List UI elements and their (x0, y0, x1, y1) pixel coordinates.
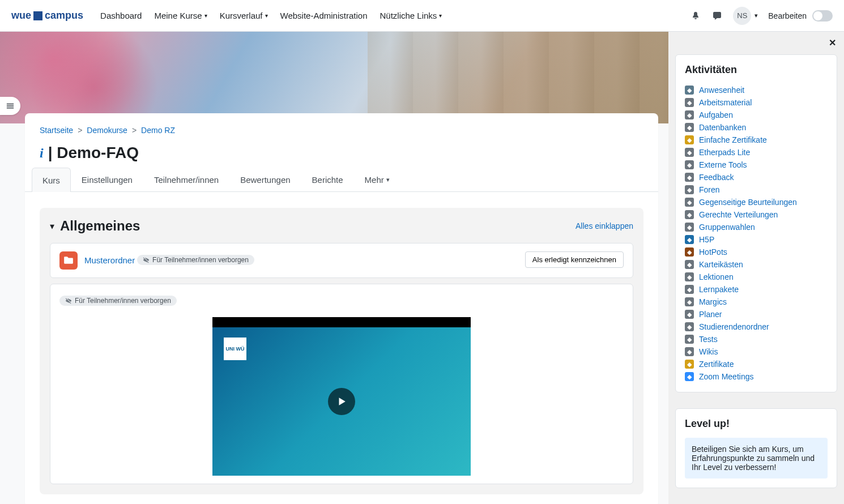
activity-link[interactable]: Lektionen (699, 272, 734, 281)
breadcrumb-home[interactable]: Startseite (40, 126, 73, 135)
edit-mode-toggle-wrap: Bearbeiten (768, 10, 833, 22)
left-drawer-toggle[interactable] (0, 97, 20, 115)
hamburger-icon (6, 102, 14, 110)
activity-link[interactable]: Wikis (699, 347, 718, 356)
nav-my-courses[interactable]: Meine Kurse▾ (154, 11, 207, 20)
video-player[interactable]: UNI WÜ (212, 317, 471, 476)
activity-type-icon: ◆ (685, 148, 694, 157)
activity-link[interactable]: Tests (699, 335, 718, 344)
activity-link[interactable]: HotPots (699, 247, 727, 257)
activity-link[interactable]: H5P (699, 235, 714, 244)
activity-list-item: ◆H5P (685, 233, 828, 246)
activity-type-icon: ◆ (685, 372, 694, 381)
activity-link-musterordner[interactable]: Musterordner (84, 255, 135, 265)
activity-list-item: ◆Gegenseitige Beurteilungen (685, 196, 828, 208)
activity-link[interactable]: Arbeitsmaterial (699, 98, 752, 107)
edit-mode-toggle[interactable] (812, 10, 833, 22)
activity-link[interactable]: Gerechte Verteilungen (699, 210, 778, 219)
close-drawer-button[interactable]: ✕ (829, 37, 836, 48)
tab-participants[interactable]: Teilnehmer/innen (143, 168, 229, 191)
activity-link[interactable]: Externe Tools (699, 160, 747, 169)
activity-type-icon: ◆ (685, 173, 694, 182)
edit-label: Bearbeiten (768, 11, 807, 20)
breadcrumb-demo-courses[interactable]: Demokurse (87, 126, 127, 135)
section-title: Allgemeines (60, 218, 140, 234)
nav-dashboard[interactable]: Dashboard (100, 11, 142, 20)
notifications-icon[interactable] (690, 10, 701, 22)
activity-list-item: ◆Zertifikate (685, 358, 828, 370)
activity-link[interactable]: Datenbanken (699, 123, 746, 132)
info-icon: i (40, 146, 44, 161)
nav-useful-links[interactable]: Nützliche Links▾ (380, 11, 442, 20)
hero-banner (0, 32, 668, 123)
activity-link[interactable]: Feedback (699, 173, 734, 182)
section-general: ▾ Allgemeines Alles einklappen Musterord… (40, 208, 643, 494)
activity-link[interactable]: Foren (699, 185, 720, 194)
chevron-down-icon: ▾ (386, 176, 390, 183)
nav-links: Dashboard Meine Kurse▾ Kursverlauf▾ Webs… (100, 11, 442, 20)
mark-done-button[interactable]: Als erledigt kennzeichnen (525, 251, 624, 268)
tab-course[interactable]: Kurs (32, 168, 71, 192)
activity-link[interactable]: Gruppenwahlen (699, 223, 755, 232)
activity-link[interactable]: Margics (699, 297, 727, 306)
activity-type-icon: ◆ (685, 285, 694, 294)
nav-course-history[interactable]: Kursverlauf▾ (220, 11, 268, 20)
activity-list-item: ◆Datenbanken (685, 121, 828, 134)
chevron-down-icon[interactable]: ▾ (50, 221, 54, 232)
breadcrumb-separator: > (132, 126, 137, 135)
activity-type-icon: ◆ (685, 98, 694, 107)
activity-link[interactable]: Aufgaben (699, 110, 733, 119)
activity-type-icon: ◆ (685, 347, 694, 356)
page-title: i | Demo-FAQ (40, 144, 643, 162)
activity-link[interactable]: Anwesenheit (699, 86, 744, 95)
chevron-down-icon: ▾ (265, 12, 268, 19)
breadcrumb: Startseite > Demokurse > Demo RZ (40, 126, 643, 135)
course-tabs: Kurs Einstellungen Teilnehmer/innen Bewe… (25, 168, 658, 192)
site-logo[interactable]: wuecampus (11, 10, 83, 22)
user-menu[interactable]: NS ▾ (733, 7, 758, 25)
activity-link[interactable]: Studierendenordner (699, 322, 769, 331)
activity-list-item: ◆Aufgaben (685, 109, 828, 121)
activity-link[interactable]: Gegenseitige Beurteilungen (699, 198, 797, 207)
activity-folder: Musterordner Für Teilnehmer/innen verbor… (50, 243, 633, 278)
content-card: Startseite > Demokurse > Demo RZ i | Dem… (25, 113, 658, 504)
activity-link[interactable]: Zertifikate (699, 360, 734, 369)
activity-type-icon: ◆ (685, 235, 694, 244)
tab-settings[interactable]: Einstellungen (71, 168, 143, 191)
collapse-all-link[interactable]: Alles einklappen (576, 221, 633, 230)
hidden-badge: Für Teilnehmer/innen verborgen (59, 296, 177, 306)
play-icon (336, 396, 347, 407)
activity-type-icon: ◆ (685, 185, 694, 194)
activity-link[interactable]: Etherpads Lite (699, 148, 750, 157)
hidden-badge: Für Teilnehmer/innen verborgen (137, 255, 254, 265)
activity-list-item: ◆Lektionen (685, 271, 828, 283)
activity-link[interactable]: Einfache Zertifikate (699, 135, 767, 144)
block-title-activities: Aktivitäten (685, 64, 828, 76)
messages-icon[interactable] (711, 10, 723, 22)
activity-list-item: ◆Arbeitsmaterial (685, 96, 828, 109)
chevron-down-icon: ▾ (204, 12, 207, 19)
activity-link[interactable]: Zoom Meetings (699, 372, 753, 381)
activity-list-item: ◆Tests (685, 333, 828, 345)
activity-link[interactable]: Lernpakete (699, 285, 739, 294)
tab-more[interactable]: Mehr▾ (354, 168, 400, 191)
play-button[interactable] (328, 388, 355, 415)
levelup-message: Beteiligen Sie sich am Kurs, um Erfahrun… (685, 438, 828, 479)
eye-slash-icon (143, 257, 150, 263)
activity-list-item: ◆Gerechte Verteilungen (685, 208, 828, 221)
nav-site-admin[interactable]: Website-Administration (280, 11, 368, 20)
breadcrumb-demo-rz[interactable]: Demo RZ (141, 126, 175, 135)
tab-reports[interactable]: Berichte (301, 168, 354, 191)
chevron-down-icon: ▾ (439, 12, 442, 19)
activity-list-item: ◆Karteikästen (685, 258, 828, 271)
main-column: Startseite > Demokurse > Demo RZ i | Dem… (0, 32, 668, 504)
activity-list-item: ◆Zoom Meetings (685, 370, 828, 383)
tab-grades[interactable]: Bewertungen (229, 168, 301, 191)
block-title-levelup: Level up! (685, 418, 828, 430)
activity-link[interactable]: Planer (699, 310, 722, 319)
activity-video: Für Teilnehmer/innen verborgen UNI WÜ (50, 284, 633, 484)
activity-type-icon: ◆ (685, 272, 694, 281)
activity-link[interactable]: Karteikästen (699, 260, 743, 269)
user-avatar: NS (733, 7, 751, 25)
eye-slash-icon (65, 297, 72, 304)
